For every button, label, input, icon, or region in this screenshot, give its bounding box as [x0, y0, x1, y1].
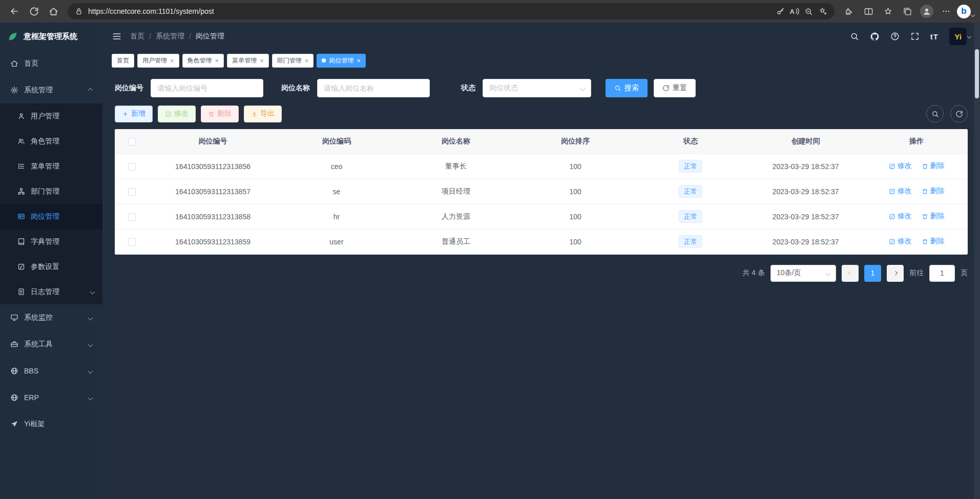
- row-edit-link[interactable]: 修改: [889, 186, 912, 196]
- collections-icon[interactable]: [898, 3, 916, 20]
- favorites-icon[interactable]: [879, 3, 897, 20]
- sidebar-collapse-icon[interactable]: [112, 31, 122, 41]
- row-delete-link[interactable]: 删除: [922, 237, 945, 246]
- extensions-icon[interactable]: [840, 3, 858, 20]
- next-page-button[interactable]: [887, 265, 904, 282]
- sidebar-item-menu-management[interactable]: 菜单管理: [0, 154, 102, 179]
- row-checkbox[interactable]: [128, 238, 136, 246]
- sidebar-item-post-management[interactable]: 岗位管理: [0, 204, 102, 229]
- row-checkbox[interactable]: [128, 188, 136, 196]
- cell-post-sort: 100: [516, 229, 635, 254]
- tab-role-management[interactable]: 角色管理×: [182, 54, 224, 68]
- reset-button[interactable]: 重置: [654, 79, 696, 97]
- breadcrumb-home[interactable]: 首页: [130, 32, 144, 41]
- cell-post-code: user: [277, 229, 396, 254]
- cell-post-id: 1641030593112313856: [149, 154, 277, 179]
- page-scrollbar[interactable]: [974, 23, 980, 499]
- status-badge: 正常: [679, 160, 702, 173]
- sidebar-item-dict-management[interactable]: 字典管理: [0, 229, 102, 254]
- row-edit-link[interactable]: 修改: [889, 237, 912, 246]
- site-info-icon[interactable]: [75, 7, 83, 15]
- sidebar-item-dept-management[interactable]: 部门管理: [0, 179, 102, 204]
- search-button[interactable]: 搜索: [606, 79, 648, 97]
- sidebar-item-role-management[interactable]: 角色管理: [0, 129, 102, 154]
- sidebar-item-bbs[interactable]: BBS: [0, 358, 102, 384]
- table-row[interactable]: 1641030593112313857 se 项目经理 100 正常 2023-…: [115, 179, 968, 204]
- table-row[interactable]: 1641030593112313858 hr 人力资源 100 正常 2023-…: [115, 204, 968, 229]
- row-edit-link[interactable]: 修改: [889, 212, 912, 221]
- paper-plane-icon: [10, 420, 18, 428]
- sidebar-item-yi-framework[interactable]: Yi框架: [0, 411, 102, 438]
- add-button[interactable]: 新增: [115, 106, 153, 122]
- sidebar-item-erp[interactable]: ERP: [0, 384, 102, 411]
- prev-page-button[interactable]: [842, 265, 859, 282]
- bing-icon[interactable]: b: [956, 3, 975, 20]
- help-icon[interactable]: [890, 32, 900, 41]
- sidebar-item-home[interactable]: 首页: [0, 50, 102, 77]
- export-button[interactable]: 导出: [244, 106, 282, 122]
- tab-home[interactable]: 首页: [112, 54, 134, 68]
- scrollbar-thumb[interactable]: [975, 49, 979, 98]
- row-delete-link[interactable]: 删除: [922, 186, 945, 196]
- row-checkbox[interactable]: [128, 213, 136, 221]
- page-size-select[interactable]: 10条/页: [770, 265, 836, 282]
- address-bar[interactable]: https://ccnetcore.com:1101/system/post A: [68, 3, 835, 19]
- id-badge-icon: [17, 213, 25, 220]
- sidebar-item-system-management[interactable]: 系统管理: [0, 77, 102, 103]
- read-aloud-icon[interactable]: A: [790, 8, 799, 15]
- select-all-checkbox[interactable]: [128, 138, 136, 145]
- tab-user-management[interactable]: 用户管理×: [137, 54, 179, 68]
- github-icon[interactable]: [870, 32, 880, 41]
- breadcrumb-system[interactable]: 系统管理: [156, 32, 184, 41]
- tab-post-management[interactable]: 岗位管理×: [317, 54, 366, 68]
- refresh-icon: [662, 85, 670, 92]
- profile-avatar[interactable]: [918, 3, 936, 20]
- table-row[interactable]: 1641030593112313856 ceo 董事长 100 正常 2023-…: [115, 154, 968, 179]
- more-icon[interactable]: [937, 3, 955, 20]
- refresh-table-button[interactable]: [950, 105, 968, 122]
- page-number-button[interactable]: 1: [864, 265, 881, 282]
- close-icon[interactable]: ×: [305, 57, 309, 64]
- edit-button[interactable]: 修改: [158, 106, 196, 122]
- sidebar-item-user-management[interactable]: 用户管理: [0, 103, 102, 129]
- key-icon[interactable]: [776, 7, 785, 16]
- close-icon[interactable]: ×: [215, 57, 219, 64]
- post-code-input[interactable]: [151, 79, 263, 97]
- favorite-add-icon[interactable]: [818, 7, 827, 16]
- home-icon[interactable]: [44, 3, 62, 20]
- column-header: 岗位编码: [277, 129, 396, 154]
- row-delete-link[interactable]: 删除: [922, 161, 945, 171]
- sidebar-item-system-monitor[interactable]: 系统监控: [0, 304, 102, 331]
- post-name-input[interactable]: [317, 79, 430, 97]
- tab-menu-management[interactable]: 菜单管理×: [227, 54, 269, 68]
- cell-post-sort: 100: [516, 154, 635, 179]
- user-avatar[interactable]: Yi: [949, 28, 971, 45]
- font-size-icon[interactable]: tT: [930, 32, 939, 41]
- bing-caret-icon[interactable]: [971, 13, 975, 17]
- header-search-icon[interactable]: [850, 32, 859, 41]
- url-text[interactable]: https://ccnetcore.com:1101/system/post: [88, 7, 771, 15]
- sidebar-item-log-management[interactable]: 日志管理: [0, 279, 102, 304]
- split-screen-icon[interactable]: [859, 3, 878, 20]
- refresh-icon[interactable]: [25, 3, 43, 20]
- close-icon[interactable]: ×: [260, 57, 264, 64]
- goto-page-input[interactable]: [929, 265, 955, 282]
- fullscreen-icon[interactable]: [910, 32, 920, 41]
- table-row[interactable]: 1641030593112313859 user 普通员工 100 正常 202…: [115, 229, 968, 254]
- status-select[interactable]: 岗位状态: [483, 79, 591, 97]
- row-checkbox[interactable]: [128, 163, 136, 171]
- sidebar-item-param-settings[interactable]: 参数设置: [0, 254, 102, 279]
- delete-button[interactable]: 删除: [201, 106, 239, 122]
- sidebar-item-system-tools[interactable]: 系统工具: [0, 331, 102, 358]
- close-icon[interactable]: ×: [357, 57, 361, 64]
- row-delete-link[interactable]: 删除: [922, 212, 945, 221]
- show-search-toggle-button[interactable]: [926, 105, 944, 122]
- zoom-icon[interactable]: [804, 7, 813, 16]
- close-icon[interactable]: ×: [170, 57, 174, 64]
- tab-dept-management[interactable]: 部门管理×: [272, 54, 314, 68]
- avatar-caret-icon[interactable]: [967, 34, 971, 38]
- cell-created-time: 2023-03-29 18:52:37: [746, 229, 865, 254]
- back-icon[interactable]: [5, 3, 24, 20]
- cell-post-id: 1641030593112313859: [149, 229, 277, 254]
- row-edit-link[interactable]: 修改: [889, 161, 912, 171]
